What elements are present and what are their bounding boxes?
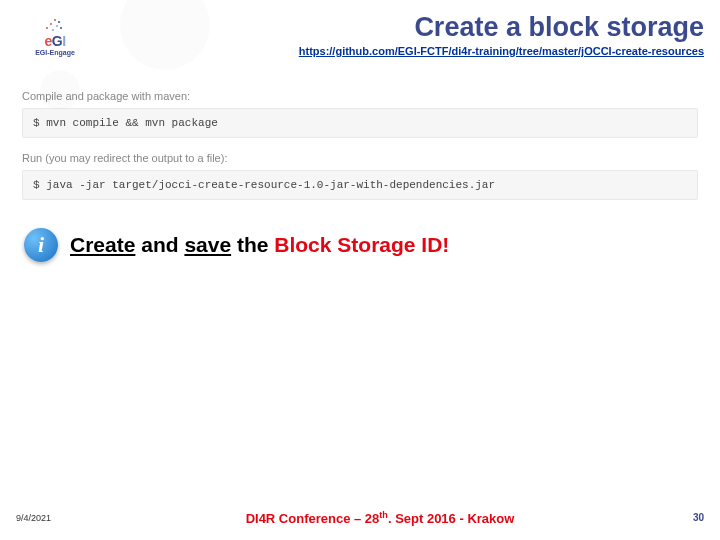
callout-create: Create [70,233,135,256]
slide-content: Compile and package with maven: $ mvn co… [0,64,720,262]
run-code-block: $ java -jar target/jocci-create-resource… [22,170,698,200]
github-link[interactable]: https://github.com/EGI-FCTF/di4r-trainin… [94,45,704,57]
slide-header: eGI EGI-Engage Create a block storage ht… [0,0,720,64]
slide-footer: 9/4/2021 DI4R Conference – 28th. Sept 20… [0,510,720,526]
compile-code-block: $ mvn compile && mvn package [22,108,698,138]
callout-highlight: Block Storage ID! [274,233,449,256]
footer-date: 9/4/2021 [16,513,96,523]
logo-subtext: EGI-Engage [35,49,75,56]
callout-and: and [135,233,184,256]
logo-text: eGI [44,33,65,49]
slide-title: Create a block storage [94,12,704,43]
footer-conference: DI4R Conference – 28th. Sept 2016 - Krak… [96,510,664,526]
run-label: Run (you may redirect the output to a fi… [22,152,698,164]
compile-label: Compile and package with maven: [22,90,698,102]
egi-logo: eGI EGI-Engage [16,12,94,60]
info-icon: i [24,228,58,262]
callout-text: Create and save the Block Storage ID! [70,233,449,257]
footer-page-number: 30 [664,512,704,523]
callout-save: save [184,233,231,256]
info-callout: i Create and save the Block Storage ID! [24,228,698,262]
callout-tail: the [231,233,274,256]
